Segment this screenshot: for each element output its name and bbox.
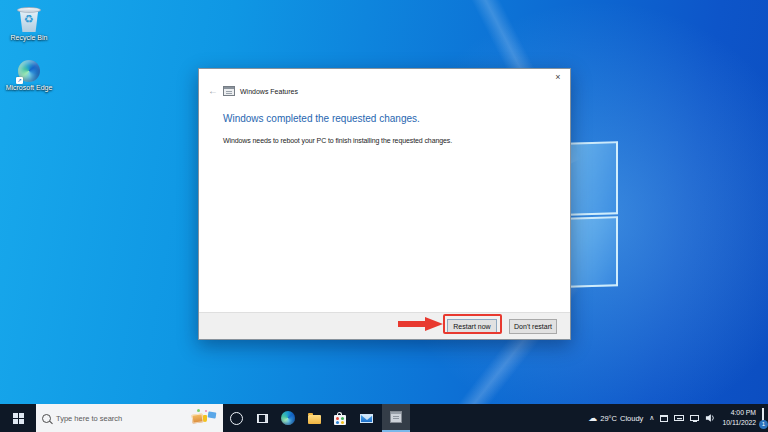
edge-icon: ↗ — [18, 60, 40, 82]
start-button[interactable] — [0, 404, 36, 432]
edge-icon — [281, 411, 295, 425]
taskbar-item-microsoft-store[interactable] — [327, 404, 353, 432]
taskbar-item-task-view[interactable] — [249, 404, 275, 432]
weather-temperature: 29°C — [600, 414, 617, 423]
file-explorer-icon — [308, 415, 321, 424]
action-center-button[interactable]: 1 — [762, 409, 764, 427]
annotation-arrow-icon — [398, 317, 444, 331]
taskbar: Type here to search ☁ — [0, 404, 768, 432]
windows-features-dialog: × ← Windows Features Windows completed t… — [198, 68, 571, 340]
cortana-icon — [230, 412, 243, 425]
keyboard-icon[interactable] — [674, 415, 684, 421]
dialog-header: ← Windows Features — [208, 86, 298, 96]
dialog-heading: Windows completed the requested changes. — [223, 113, 420, 124]
taskbar-search-input[interactable]: Type here to search — [36, 404, 223, 432]
system-tray: ☁ 29°C Cloudy ∧ 4:00 PM 10/11/2022 1 — [588, 404, 764, 432]
volume-icon[interactable] — [705, 413, 716, 423]
annotation-highlight-box — [443, 314, 502, 334]
windows-features-icon — [223, 86, 235, 96]
search-placeholder: Type here to search — [56, 414, 186, 423]
windows-logo-icon — [13, 413, 24, 424]
close-icon[interactable]: × — [551, 71, 565, 83]
chevron-up-icon[interactable]: ∧ — [649, 414, 654, 422]
screen: ♻ Recycle Bin ↗ Microsoft Edge × ← Windo… — [0, 0, 768, 432]
desktop-icon-microsoft-edge[interactable]: ↗ Microsoft Edge — [2, 60, 56, 93]
windows-features-icon — [390, 411, 402, 423]
network-icon[interactable] — [690, 415, 699, 421]
search-highlights-icon — [191, 409, 217, 427]
recycle-bin-icon: ♻ — [17, 6, 41, 32]
microsoft-store-icon — [334, 415, 346, 425]
cloud-icon: ☁ — [588, 414, 597, 423]
taskbar-item-file-explorer[interactable] — [301, 404, 327, 432]
mail-icon — [360, 414, 373, 423]
windows-logo-pane-top — [566, 141, 618, 215]
taskbar-item-cortana[interactable] — [223, 404, 249, 432]
dialog-title: Windows Features — [240, 88, 298, 95]
shortcut-arrow-icon: ↗ — [16, 77, 23, 84]
desktop-icon-label: Recycle Bin — [2, 34, 56, 43]
taskbar-clock[interactable]: 4:00 PM 10/11/2022 — [722, 408, 756, 427]
taskbar-item-windows-features-active[interactable] — [382, 404, 410, 432]
window-tray-icon[interactable] — [660, 415, 668, 422]
taskbar-item-mail[interactable] — [353, 404, 379, 432]
search-icon — [42, 414, 51, 423]
task-view-icon — [257, 414, 268, 423]
desktop-icon-recycle-bin[interactable]: ♻ Recycle Bin — [2, 6, 56, 43]
windows-logo-pane-bottom — [566, 216, 618, 287]
taskbar-item-microsoft-edge[interactable] — [275, 404, 301, 432]
desktop-icon-label: Microsoft Edge — [2, 84, 56, 93]
weather-widget[interactable]: ☁ 29°C Cloudy — [588, 414, 643, 423]
weather-condition: Cloudy — [620, 414, 643, 423]
clock-date: 10/11/2022 — [722, 418, 756, 428]
back-icon[interactable]: ← — [208, 86, 218, 96]
dialog-body-text: Windows needs to reboot your PC to finis… — [223, 137, 452, 144]
notification-badge: 1 — [759, 420, 768, 429]
clock-time: 4:00 PM — [731, 408, 756, 418]
dont-restart-button[interactable]: Don't restart — [509, 319, 557, 334]
